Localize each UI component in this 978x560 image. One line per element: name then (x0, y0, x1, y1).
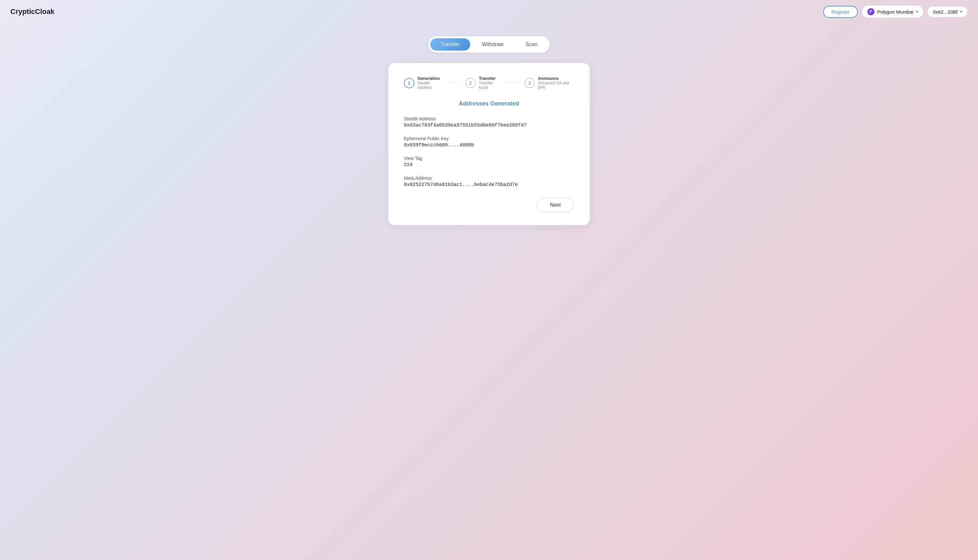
step-2-subtitle: Transfer funds (479, 81, 501, 90)
header: CrypticCloak Register P Polygon Mumbai ▾… (0, 0, 978, 23)
tab-transfer[interactable]: Transfer (430, 38, 470, 51)
view-tag-label: View Tag (404, 156, 574, 161)
network-selector[interactable]: P Polygon Mumbai ▾ (862, 5, 923, 18)
step-divider-1 (447, 83, 460, 83)
meta-address-value: 0x025227b7d6a0163ac1....bebac4e75ba2d7e (404, 182, 574, 188)
stealth-address-value: 0x03ac783f4a0539ea97551b55d0e60f7bee260f… (404, 123, 574, 128)
view-tag-field: View Tag 224 (404, 156, 574, 168)
network-name: Polygon Mumbai (877, 9, 913, 15)
step-2-circle: 2 (465, 78, 476, 88)
meta-address-label: Meta Address (404, 175, 574, 181)
tab-withdraw[interactable]: Withdraw (471, 38, 514, 51)
ephemeral-key-value: 0x039f0ecccb609....4880b (404, 142, 574, 148)
step-3-title: Announce (538, 76, 574, 81)
step-2-title: Transfer (479, 76, 501, 81)
section-title: Addresses Generated (404, 100, 574, 107)
main-card: 1 Generation Stealth Address 2 Transfer … (388, 63, 590, 225)
network-chevron-icon: ▾ (916, 9, 918, 14)
wallet-address: 0x62...33Bf (933, 9, 958, 15)
step-3-circle: 3 (524, 78, 535, 88)
step-2: 2 Transfer Transfer funds (465, 76, 501, 90)
tab-bar: Transfer Withdraw Scan (428, 36, 550, 53)
step-1: 1 Generation Stealth Address (404, 76, 442, 90)
step-3: 3 Announce Announce SA and EPK (524, 76, 574, 90)
step-1-subtitle: Stealth Address (418, 81, 442, 90)
step-2-info: Transfer Transfer funds (479, 76, 501, 90)
step-1-title: Generation (418, 76, 442, 81)
wallet-chevron-icon: ▾ (960, 9, 962, 14)
network-icon: P (867, 8, 874, 15)
main-content: Transfer Withdraw Scan 1 Generation Stea… (0, 23, 978, 560)
wallet-address-button[interactable]: 0x62...33Bf ▾ (927, 6, 968, 18)
view-tag-value: 224 (404, 162, 574, 168)
step-divider-2 (506, 83, 519, 83)
ephemeral-key-field: Ephemeral Public Key 0x039f0ecccb609....… (404, 136, 574, 148)
register-button[interactable]: Register (823, 6, 858, 18)
app-logo: CrypticCloak (10, 7, 55, 16)
stealth-address-label: Stealth Address (404, 116, 574, 121)
tab-scan[interactable]: Scan (515, 38, 548, 51)
next-button[interactable]: Next (537, 198, 574, 212)
step-1-info: Generation Stealth Address (418, 76, 442, 90)
ephemeral-key-label: Ephemeral Public Key (404, 136, 574, 141)
header-actions: Register P Polygon Mumbai ▾ 0x62...33Bf … (823, 5, 968, 18)
meta-address-field: Meta Address 0x025227b7d6a0163ac1....beb… (404, 175, 574, 188)
stealth-address-field: Stealth Address 0x03ac783f4a0539ea97551b… (404, 116, 574, 128)
step-1-circle: 1 (404, 78, 414, 88)
steps-indicator: 1 Generation Stealth Address 2 Transfer … (404, 76, 574, 90)
step-3-subtitle: Announce SA and EPK (538, 81, 574, 90)
step-3-info: Announce Announce SA and EPK (538, 76, 574, 90)
card-footer: Next (404, 198, 574, 212)
